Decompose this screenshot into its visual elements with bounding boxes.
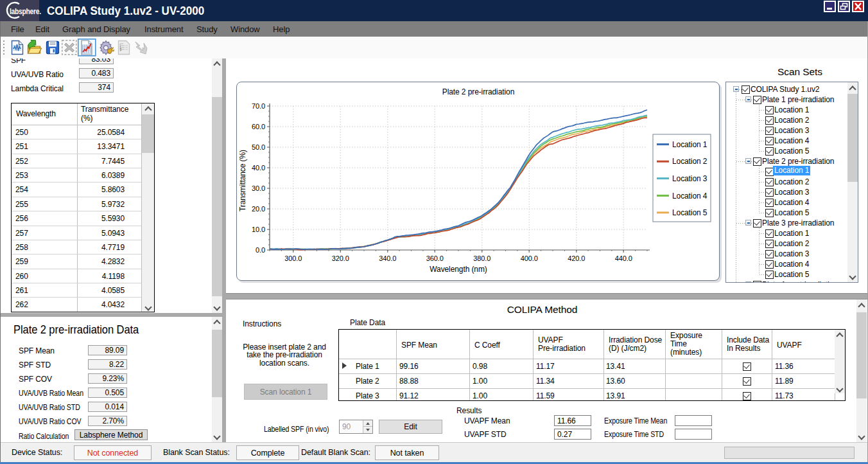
svg-text:Transmittance (%): Transmittance (%) (238, 150, 247, 211)
svg-text:Location 1: Location 1 (672, 140, 707, 149)
svg-text:30.0: 30.0 (252, 184, 265, 192)
svg-text:Location 5: Location 5 (672, 208, 707, 217)
svg-text:10.0: 10.0 (252, 226, 265, 233)
svg-text:70.0: 70.0 (252, 102, 265, 110)
svg-text:50.0: 50.0 (252, 143, 265, 151)
svg-text:320.0: 320.0 (332, 254, 349, 262)
svg-text:440.0: 440.0 (615, 254, 632, 262)
svg-text:340.0: 340.0 (379, 254, 396, 262)
svg-text:Location 2: Location 2 (672, 157, 707, 166)
svg-text:380.0: 380.0 (473, 254, 490, 262)
svg-text:360.0: 360.0 (426, 254, 444, 262)
svg-text:300.0: 300.0 (284, 254, 302, 262)
svg-text:0.0: 0.0 (256, 246, 265, 254)
svg-text:400.0: 400.0 (521, 254, 538, 262)
svg-text:60.0: 60.0 (252, 123, 265, 130)
svg-text:Wavelength (nm): Wavelength (nm) (430, 265, 487, 274)
svg-text:Plate 2 pre-irradiation: Plate 2 pre-irradiation (442, 87, 514, 96)
svg-text:20.0: 20.0 (252, 205, 265, 213)
svg-text:Location 3: Location 3 (672, 174, 707, 183)
svg-text:420.0: 420.0 (568, 254, 585, 262)
svg-text:40.0: 40.0 (252, 164, 265, 172)
svg-text:Location 4: Location 4 (672, 192, 707, 201)
